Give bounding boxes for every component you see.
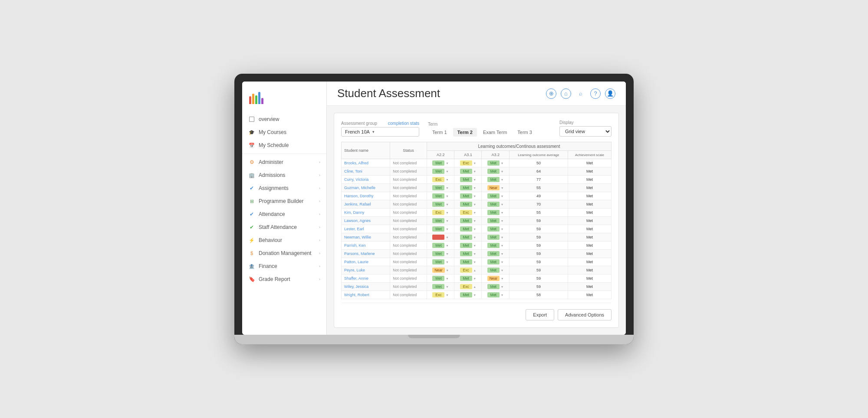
chevron-icon: › — [319, 160, 320, 164]
student-name[interactable]: Lester, Earl — [342, 225, 390, 233]
user-icon[interactable]: 👤 — [605, 88, 615, 99]
search-icon[interactable]: ⌕ — [575, 88, 586, 99]
student-a31: Met ▼ — [454, 200, 482, 209]
table-row: Brooks, Alfred Not completed Met ▼ Exc ▼… — [342, 159, 612, 167]
sidebar-item-label: Grade Report — [259, 276, 290, 282]
table-row: Wright, Robert Not completed Exc ▼ Met ▼… — [342, 291, 612, 299]
student-status: Not completed — [390, 176, 427, 184]
student-status: Not completed — [390, 266, 427, 274]
sidebar-item-attendance[interactable]: ✔ Attendance › — [242, 208, 326, 221]
sidebar-item-behaviour[interactable]: ⚡ Behaviour › — [242, 234, 326, 247]
student-status: Not completed — [390, 258, 427, 266]
table-row: Patton, Laurie Not completed Met ▼ Met ▼… — [342, 258, 612, 266]
student-ach: Met — [568, 283, 611, 291]
student-avg: 59 — [509, 283, 568, 291]
student-avg: 50 — [509, 159, 568, 167]
student-status: Not completed — [390, 167, 427, 176]
sidebar-item-administer[interactable]: ⚙ Administer › — [242, 156, 326, 169]
chevron-icon: › — [319, 225, 320, 229]
student-avg: 59 — [509, 274, 568, 283]
assessment-group-control: Assessment group completion stats French… — [341, 121, 419, 137]
student-status: Not completed — [390, 217, 427, 225]
student-a31: Met ▼ — [454, 217, 482, 225]
screen: overview 🎓 My Courses 📅 My Schedule ⚙ Ad… — [242, 82, 626, 335]
add-icon[interactable]: ⊕ — [546, 88, 556, 99]
sidebar-item-my-courses[interactable]: 🎓 My Courses — [242, 126, 326, 139]
student-name[interactable]: Brooks, Alfred — [342, 159, 390, 167]
student-name[interactable]: Wright, Robert — [342, 291, 390, 299]
sidebar-item-overview[interactable]: overview — [242, 113, 326, 126]
advanced-options-button[interactable]: Advanced Options — [558, 309, 612, 320]
student-a32: Met ▼ — [482, 283, 510, 291]
term-tab-2[interactable]: Term 2 — [453, 128, 477, 137]
student-a31: Exc ▲ — [454, 283, 482, 291]
student-avg: 59 — [509, 258, 568, 266]
student-name[interactable]: Hanson, Dorothy — [342, 192, 390, 200]
sidebar-item-staff-attendance[interactable]: ✔ Staff Attendance › — [242, 221, 326, 234]
table-row: Peyre, Luke Not completed Near ▼ Exc ▲ M… — [342, 266, 612, 274]
table-row: Parsons, Marlene Not completed Met ▼ Met… — [342, 250, 612, 258]
term-tab-exam[interactable]: Exam Term — [479, 128, 511, 137]
term-tab-3[interactable]: Term 3 — [513, 128, 536, 137]
display-select[interactable]: Grid view — [559, 126, 612, 137]
student-a32: Met ▼ — [482, 159, 510, 167]
help-icon[interactable]: ? — [590, 88, 601, 99]
student-ach: Met — [568, 167, 611, 176]
student-name[interactable]: Patton, Laurie — [342, 258, 390, 266]
student-a31: Met ▼ — [454, 274, 482, 283]
sidebar-item-grade-report[interactable]: 🔖 Grade Report › — [242, 273, 326, 286]
logo-bar-red — [249, 96, 251, 104]
student-ach: Met — [568, 159, 611, 167]
student-status: Not completed — [390, 209, 427, 217]
student-a32: Met ▼ — [482, 250, 510, 258]
selected-group-text: French 10A — [345, 129, 370, 134]
logo-bar-blue — [258, 92, 260, 104]
col-header-a22: A2.2 — [427, 151, 454, 159]
completion-stats-link[interactable]: completion stats — [388, 121, 419, 126]
student-status: Not completed — [390, 200, 427, 209]
student-status: Not completed — [390, 192, 427, 200]
sidebar-item-assignments[interactable]: ✔ Assignments › — [242, 182, 326, 195]
student-a32: Met ▼ — [482, 217, 510, 225]
topbar: Student Assessment ⊕ ⌂ ⌕ ? 👤 — [327, 82, 626, 106]
home-icon[interactable]: ⌂ — [561, 88, 571, 99]
student-name[interactable]: Peyre, Luke — [342, 266, 390, 274]
export-button[interactable]: Export — [526, 309, 554, 320]
student-avg: 58 — [509, 291, 568, 299]
table-row: Kim, Danny Not completed Exc ▼ Exc ▼ Met… — [342, 209, 612, 217]
topbar-icons: ⊕ ⌂ ⌕ ? 👤 — [546, 88, 615, 99]
student-name[interactable]: Parsons, Marlene — [342, 250, 390, 258]
student-name[interactable]: Parrish, Ken — [342, 242, 390, 250]
assessment-group-select[interactable]: French 10A ▾ — [341, 127, 419, 137]
student-name[interactable]: Curry, Victoria — [342, 176, 390, 184]
student-a22: Met ▼ — [427, 200, 454, 209]
chevron-icon: › — [319, 251, 320, 255]
student-name[interactable]: Jenkins, Rafael — [342, 200, 390, 209]
student-name[interactable]: Lawson, Agnes — [342, 217, 390, 225]
overview-icon — [248, 116, 255, 123]
sidebar-item-my-schedule[interactable]: 📅 My Schedule — [242, 139, 326, 152]
student-ach: Met — [568, 242, 611, 250]
chevron-icon: › — [319, 212, 320, 216]
sidebar-item-label: Attendance — [259, 211, 285, 217]
sidebar-item-finance[interactable]: 🏦 Finance › — [242, 260, 326, 273]
logo-bar-green — [255, 95, 257, 104]
sidebar-item-admissions[interactable]: 🏢 Admissions › — [242, 169, 326, 182]
student-ach: Met — [568, 266, 611, 274]
table-row: Cline, Toni Not completed Met ▼ Met ▼ Me… — [342, 167, 612, 176]
table-row: Hanson, Dorothy Not completed Met ▼ Met … — [342, 192, 612, 200]
sidebar-item-label: My Courses — [259, 129, 286, 135]
student-ach: Met — [568, 192, 611, 200]
student-name[interactable]: Wiley, Jessica — [342, 283, 390, 291]
term-tab-1[interactable]: Term 1 — [428, 128, 451, 137]
student-name[interactable]: Shaffer, Annie — [342, 274, 390, 283]
sidebar-item-donation-management[interactable]: $ Donation Management › — [242, 247, 326, 260]
table-row: Shaffer, Annie Not completed Met ▼ Met ▼… — [342, 274, 612, 283]
sidebar-item-programme-builder[interactable]: ⊞ Programme Builder › — [242, 195, 326, 208]
student-name[interactable]: Cline, Toni — [342, 167, 390, 176]
student-a22: Met ▼ — [427, 250, 454, 258]
student-name[interactable]: Kim, Danny — [342, 209, 390, 217]
student-name[interactable]: Newman, Willie — [342, 233, 390, 242]
administer-icon: ⚙ — [248, 159, 255, 166]
student-name[interactable]: Guzman, Michelle — [342, 184, 390, 192]
